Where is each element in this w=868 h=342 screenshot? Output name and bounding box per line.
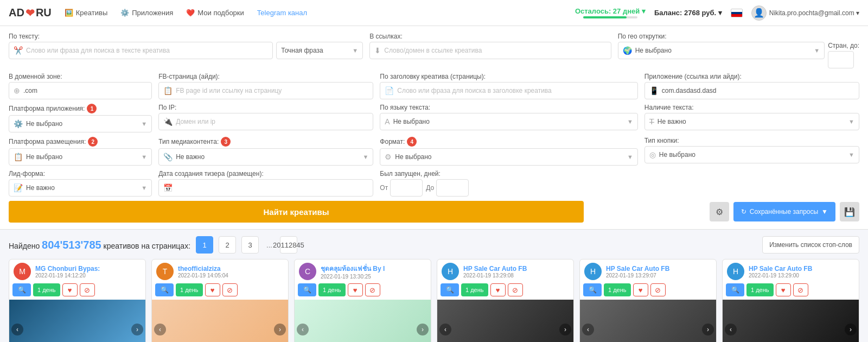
- btn-type-select[interactable]: Не выбрано: [659, 151, 845, 159]
- in-links-field: В ссылках: ⬇: [369, 33, 611, 59]
- flag-icon[interactable]: [731, 9, 743, 17]
- find-button[interactable]: Найти креативы: [9, 201, 584, 223]
- card-4-ban-btn[interactable]: ⊘: [650, 283, 666, 296]
- card-0-title[interactable]: MG Chonburi Bypas:: [35, 265, 141, 273]
- card-2-search-btn[interactable]: 🔍: [298, 283, 316, 296]
- card-3-next[interactable]: ›: [559, 324, 571, 335]
- card-3-title[interactable]: HP Sale Car Auto FB: [463, 265, 569, 273]
- card-0-next[interactable]: ›: [131, 324, 143, 335]
- by-text-input[interactable]: [26, 47, 268, 54]
- card-5-search-btn[interactable]: 🔍: [726, 283, 744, 296]
- card-1-prev[interactable]: ‹: [154, 324, 166, 335]
- card-4-title[interactable]: HP Sale Car Auto FB: [606, 265, 712, 273]
- format-icon: ⚙: [385, 153, 392, 161]
- card-3-day-btn[interactable]: 1 день: [461, 283, 488, 296]
- lead-form-select[interactable]: Не важно: [26, 184, 138, 192]
- card-5-ban-btn[interactable]: ⊘: [793, 283, 808, 296]
- card-5-next[interactable]: ›: [845, 324, 857, 335]
- date-range-input[interactable]: 2018-01-01 - 2022-01-19: [175, 184, 261, 192]
- stopwords-button[interactable]: Изменить список стоп-слов: [762, 236, 859, 254]
- platform-app-select[interactable]: Не выбрано: [26, 120, 138, 128]
- balance[interactable]: Баланс: 2768 руб. ▾: [654, 9, 722, 17]
- by-lang-select[interactable]: Не выбрано: [393, 118, 624, 125]
- saved-queries-button[interactable]: ↻ Сохранённые запросы ▼: [733, 202, 835, 221]
- card-3-search-btn[interactable]: 🔍: [441, 283, 459, 296]
- card-5-heart-btn[interactable]: ♥: [776, 283, 791, 296]
- card-4: H HP Sale Car Auto FB 2022-01-19 13:29:0…: [579, 259, 717, 342]
- card-1-next[interactable]: ›: [274, 324, 286, 335]
- card-2-day-btn[interactable]: 1 день: [318, 283, 346, 296]
- card-2-heart-btn[interactable]: ♥: [348, 283, 363, 296]
- results-count: Найдено 804'513'785 креативов на страниц…: [9, 239, 190, 251]
- card-1-ban-btn[interactable]: ⊘: [222, 283, 238, 296]
- card-0-ban-btn[interactable]: ⊘: [80, 283, 95, 296]
- nav-creatives[interactable]: 🖼️ Креативы: [65, 9, 107, 17]
- exact-phrase-select[interactable]: Точная фраза Любое слово Все слова: [281, 47, 349, 54]
- countries-to-field: Стран, до: 5: [828, 42, 859, 68]
- page-1-button[interactable]: 1: [196, 236, 213, 254]
- card-1-image: ‹ ›: [152, 300, 288, 342]
- card-0-heart-btn[interactable]: ♥: [62, 283, 78, 296]
- by-header-input[interactable]: [397, 87, 633, 94]
- card-3-ban-btn[interactable]: ⊘: [508, 283, 523, 296]
- user-menu[interactable]: 👤 Nikita.pro.pochta@gmail.com ▾: [751, 5, 859, 21]
- logo: AD❤RU: [9, 7, 52, 20]
- by-ip-input[interactable]: [176, 118, 368, 125]
- card-0-prev[interactable]: ‹: [11, 324, 23, 335]
- nav-apps[interactable]: ⚙️ Приложения: [120, 9, 173, 17]
- domain-zone-input[interactable]: [23, 87, 147, 94]
- settings-icon-button[interactable]: ⚙: [710, 202, 729, 221]
- fb-page-input[interactable]: [176, 87, 368, 94]
- card-2-title[interactable]: ชุดคลุมท้องแฟชั่น By I: [321, 263, 426, 274]
- days-from-input[interactable]: 5: [390, 179, 423, 197]
- page-3-button[interactable]: 3: [241, 236, 259, 254]
- card-1-search-btn[interactable]: 🔍: [155, 283, 174, 296]
- nav-collections[interactable]: ❤️ Мои подборки: [186, 9, 244, 17]
- nav-telegram[interactable]: Telegram канал: [257, 9, 307, 17]
- app-input[interactable]: [662, 87, 854, 94]
- page-last-button[interactable]: 20112845: [280, 236, 297, 254]
- card-3-actions: 🔍 1 день ♥ ⊘: [437, 283, 573, 300]
- geo-icon: 🌍: [623, 46, 632, 55]
- card-2-ban-btn[interactable]: ⊘: [365, 283, 380, 296]
- card-1-heart-btn[interactable]: ♥: [205, 283, 220, 296]
- has-text-select[interactable]: Не важно: [658, 118, 845, 125]
- card-3-heart-btn[interactable]: ♥: [490, 283, 506, 296]
- countries-input[interactable]: 5: [828, 51, 854, 68]
- in-links-input[interactable]: [384, 47, 606, 54]
- card-1-title[interactable]: theofficialziza: [178, 265, 284, 273]
- by-geo-select[interactable]: Не выбрано: [635, 47, 811, 54]
- select-arrow-icon: ▼: [352, 47, 358, 54]
- card-4-prev[interactable]: ‹: [582, 324, 594, 335]
- by-ip-input-wrap: 🔌: [158, 113, 373, 130]
- card-3-prev[interactable]: ‹: [439, 324, 451, 335]
- card-5-prev[interactable]: ‹: [725, 324, 737, 335]
- format-select[interactable]: Не выбрано: [395, 153, 624, 161]
- save-icon-button[interactable]: 💾: [840, 202, 859, 221]
- card-5-day-btn[interactable]: 1 день: [746, 283, 774, 296]
- card-2-prev[interactable]: ‹: [297, 324, 309, 335]
- media-type-select[interactable]: Не важно: [176, 153, 359, 161]
- card-4-next[interactable]: ›: [702, 324, 714, 335]
- has-text-arrow: ▼: [848, 118, 854, 125]
- card-0-search-btn[interactable]: 🔍: [12, 283, 31, 296]
- card-4-icon: H: [584, 263, 602, 280]
- card-1-day-btn[interactable]: 1 день: [176, 283, 203, 296]
- card-4-search-btn[interactable]: 🔍: [583, 283, 602, 296]
- text-search-icon: ✂️: [14, 46, 23, 55]
- card-4-heart-btn[interactable]: ♥: [633, 283, 648, 296]
- card-0-actions: 🔍 1 день ♥ ⊘: [9, 283, 145, 300]
- card-4-day-btn[interactable]: 1 день: [604, 283, 631, 296]
- card-2-icon: C: [299, 263, 316, 280]
- card-5-title[interactable]: HP Sale Car Auto FB: [749, 265, 854, 273]
- card-2-next[interactable]: ›: [417, 324, 429, 335]
- card-0-day-btn[interactable]: 1 день: [33, 283, 60, 296]
- search-row-4: Платформа размещения: 2 📋 Не выбрано ▼ Т…: [9, 137, 859, 166]
- results-area: Найдено 804'513'785 креативов на страниц…: [0, 230, 868, 342]
- days-to-input[interactable]: 30: [436, 179, 469, 197]
- by-geo-field: По гео открутки: 🌍 Не выбрано ▼ Стран, д…: [618, 33, 859, 68]
- platform-place-select[interactable]: Не выбрано: [26, 153, 138, 161]
- days-left[interactable]: Осталось: 27 дней ▾: [575, 7, 646, 18]
- page-2-button[interactable]: 2: [219, 236, 236, 254]
- date-range-wrap: 📅 2018-01-01 - 2022-01-19: [158, 179, 373, 197]
